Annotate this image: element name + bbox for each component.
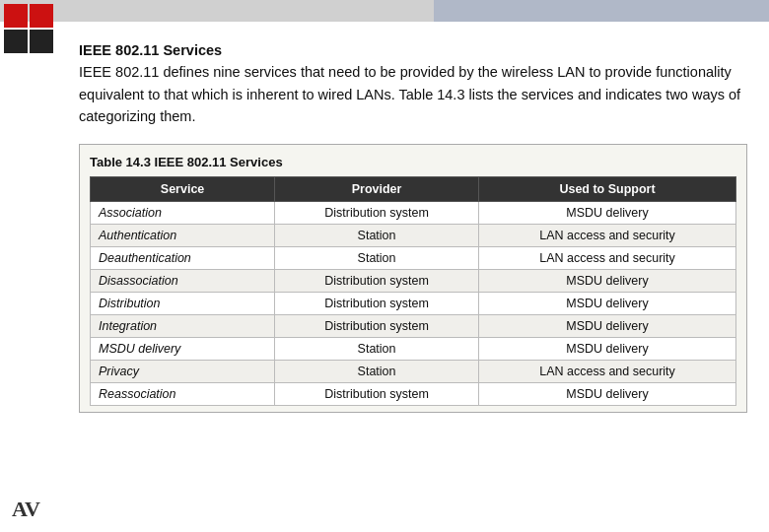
table-cell-2-0: Deauthentication — [91, 246, 275, 269]
table-cell-1-2: LAN access and security — [479, 224, 736, 246]
logo-sq3 — [4, 30, 28, 53]
table-cell-0-0: Association — [91, 201, 275, 224]
table-caption: Table 14.3 IEEE 802.11 Services — [90, 155, 736, 169]
table-cell-0-2: MSDU delivery — [479, 201, 736, 224]
table-cell-3-1: Distribution system — [275, 269, 479, 292]
table-cell-5-2: MSDU delivery — [479, 314, 736, 337]
table-cell-8-2: MSDU delivery — [479, 382, 736, 405]
table-cell-4-0: Distribution — [91, 292, 275, 314]
table-cell-6-0: MSDU delivery — [91, 337, 275, 360]
bottom-logo: AV — [12, 497, 40, 522]
logo-sq4 — [30, 30, 53, 53]
table-cell-2-1: Station — [275, 246, 479, 269]
table-row: MSDU deliveryStationMSDU delivery — [91, 337, 736, 360]
table-row: AssociationDistribution systemMSDU deliv… — [91, 201, 736, 224]
table-row: ReassociationDistribution systemMSDU del… — [91, 382, 736, 405]
table-row: AuthenticationStationLAN access and secu… — [91, 224, 736, 246]
top-bar — [0, 0, 769, 22]
table-row: DeauthenticationStationLAN access and se… — [91, 246, 736, 269]
table-cell-7-0: Privacy — [91, 360, 275, 382]
table-cell-1-0: Authentication — [91, 224, 275, 246]
logo-sq1 — [4, 4, 28, 28]
table-row: PrivacyStationLAN access and security — [91, 360, 736, 382]
table-cell-3-2: MSDU delivery — [479, 269, 736, 292]
table-cell-3-0: Disassociation — [91, 269, 275, 292]
table-cell-8-0: Reassociation — [91, 382, 275, 405]
table-cell-6-2: MSDU delivery — [479, 337, 736, 360]
table-row: IntegrationDistribution systemMSDU deliv… — [91, 314, 736, 337]
table-cell-6-1: Station — [275, 337, 479, 360]
col-header-support: Used to Support — [479, 176, 736, 201]
table-header-row: Service Provider Used to Support — [91, 176, 736, 201]
table-cell-2-2: LAN access and security — [479, 246, 736, 269]
intro-title: IEEE 802.11 Services — [79, 42, 222, 58]
main-content: IEEE 802.11 Services IEEE 802.11 defines… — [61, 22, 769, 532]
table-cell-7-1: Station — [275, 360, 479, 382]
logo-sq2 — [30, 4, 53, 28]
services-table: Service Provider Used to Support Associa… — [90, 176, 736, 406]
table-cell-4-1: Distribution system — [275, 292, 479, 314]
table-cell-4-2: MSDU delivery — [479, 292, 736, 314]
table-cell-0-1: Distribution system — [275, 201, 479, 224]
table-cell-7-2: LAN access and security — [479, 360, 736, 382]
logo-area — [0, 0, 61, 61]
table-container: Table 14.3 IEEE 802.11 Services Service … — [79, 144, 747, 413]
col-header-service: Service — [91, 176, 275, 201]
table-cell-1-1: Station — [275, 224, 479, 246]
table-cell-5-1: Distribution system — [275, 314, 479, 337]
table-cell-5-0: Integration — [91, 314, 275, 337]
table-row: DistributionDistribution systemMSDU deli… — [91, 292, 736, 314]
col-header-provider: Provider — [275, 176, 479, 201]
intro-text: IEEE 802.11 Services IEEE 802.11 defines… — [79, 39, 747, 128]
top-bar-accent — [434, 0, 769, 22]
table-cell-8-1: Distribution system — [275, 382, 479, 405]
table-row: DisassociationDistribution systemMSDU de… — [91, 269, 736, 292]
intro-body: IEEE 802.11 defines nine services that n… — [79, 64, 740, 124]
